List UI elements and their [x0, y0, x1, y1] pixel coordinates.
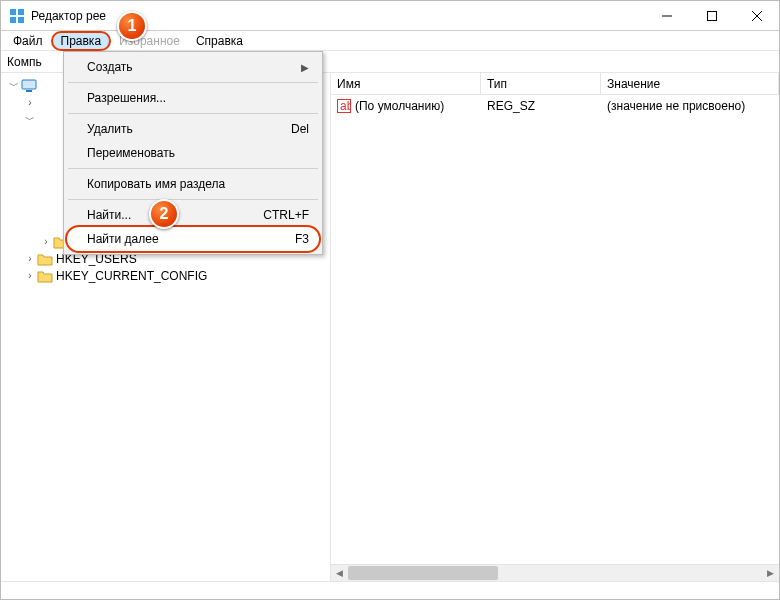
menu-find-next[interactable]: Найти далее F3 [67, 227, 319, 251]
close-button[interactable] [734, 1, 779, 30]
tree-item-hkey-current-config[interactable]: › HKEY_CURRENT_CONFIG [7, 267, 330, 284]
menu-copy-key-name[interactable]: Копировать имя раздела [67, 172, 319, 196]
cell-name: (По умолчанию) [355, 99, 444, 113]
twisty-icon[interactable]: ﹀ [7, 79, 21, 93]
menu-separator [68, 82, 318, 83]
twisty-icon[interactable]: › [39, 236, 53, 247]
svg-rect-3 [18, 17, 24, 23]
col-type[interactable]: Тип [481, 73, 601, 94]
address-text: Компь [7, 55, 42, 69]
step-badge-1: 1 [117, 11, 147, 41]
menu-rename[interactable]: Переименовать [67, 141, 319, 165]
menu-separator [68, 199, 318, 200]
scroll-thumb[interactable] [348, 566, 498, 580]
menu-file[interactable]: Файл [5, 32, 51, 50]
statusbar [1, 581, 779, 600]
folder-icon [37, 252, 53, 266]
svg-rect-9 [26, 90, 32, 92]
window-controls [644, 1, 779, 30]
scroll-right-icon[interactable]: ▶ [762, 565, 779, 581]
svg-rect-1 [18, 9, 24, 15]
cell-value: (значение не присвоено) [601, 99, 779, 113]
scroll-track[interactable] [348, 565, 762, 581]
svg-rect-0 [10, 9, 16, 15]
scroll-left-icon[interactable]: ◀ [331, 565, 348, 581]
edit-dropdown: Создать ▶ Разрешения... Удалить Del Пере… [63, 51, 323, 255]
svg-rect-8 [22, 80, 36, 89]
regedit-icon [9, 8, 25, 24]
string-value-icon: ab [337, 99, 351, 113]
menu-help[interactable]: Справка [188, 32, 251, 50]
list-pane[interactable]: Имя Тип Значение ab (По умолчанию) REG_S… [331, 73, 779, 581]
svg-rect-5 [707, 11, 716, 20]
step-badge-2: 2 [149, 199, 179, 229]
col-value[interactable]: Значение [601, 73, 779, 94]
twisty-icon[interactable]: › [23, 97, 37, 108]
list-rows: ab (По умолчанию) REG_SZ (значение не пр… [331, 95, 779, 115]
menu-separator [68, 113, 318, 114]
svg-text:ab: ab [340, 99, 351, 113]
col-name[interactable]: Имя [331, 73, 481, 94]
submenu-arrow-icon: ▶ [301, 62, 309, 73]
tree-label: HKEY_CURRENT_CONFIG [56, 269, 207, 283]
menu-create[interactable]: Создать ▶ [67, 55, 319, 79]
svg-rect-2 [10, 17, 16, 23]
menu-separator [68, 168, 318, 169]
menu-delete[interactable]: Удалить Del [67, 117, 319, 141]
menu-edit[interactable]: Правка [51, 31, 112, 51]
computer-icon [21, 79, 37, 93]
twisty-icon[interactable]: › [23, 253, 37, 264]
menu-find[interactable]: Найти... CTRL+F [67, 203, 319, 227]
twisty-icon[interactable]: ﹀ [23, 113, 37, 127]
list-header: Имя Тип Значение [331, 73, 779, 95]
twisty-icon[interactable]: › [23, 270, 37, 281]
maximize-button[interactable] [689, 1, 734, 30]
minimize-button[interactable] [644, 1, 689, 30]
horizontal-scrollbar[interactable]: ◀ ▶ [331, 564, 779, 581]
list-row[interactable]: ab (По умолчанию) REG_SZ (значение не пр… [331, 97, 779, 115]
menu-permissions[interactable]: Разрешения... [67, 86, 319, 110]
cell-type: REG_SZ [481, 99, 601, 113]
menubar: Файл Правка Избранное Справка [1, 31, 779, 51]
folder-icon [37, 269, 53, 283]
